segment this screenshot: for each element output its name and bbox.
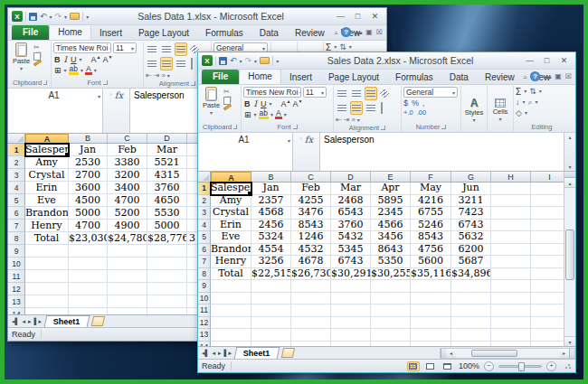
align-center-icon[interactable] [350, 101, 363, 115]
redo-icon[interactable]: ↷ [55, 12, 62, 22]
cell-C8[interactable]: $26,730 [291, 268, 331, 281]
minimize-ribbon-icon[interactable]: ▵ [335, 29, 338, 36]
cell-D10[interactable] [147, 258, 187, 270]
cell-E5[interactable]: 3456 [371, 231, 411, 244]
next-sheet-icon[interactable]: ▸ [28, 318, 32, 325]
workbook-minimize-icon[interactable]: ▬ [544, 72, 551, 80]
align-center-icon[interactable] [160, 57, 173, 70]
tab-home[interactable]: Home [239, 69, 281, 84]
help-icon[interactable]: ? [530, 71, 540, 81]
cell-C8[interactable]: $24,780 [108, 232, 147, 245]
cell-B11[interactable] [251, 304, 291, 317]
save-icon[interactable] [29, 13, 37, 21]
close-button[interactable]: ✕ [556, 55, 572, 67]
cell-E4[interactable]: 4566 [371, 220, 411, 232]
scroll-left-icon[interactable]: ◂ [446, 349, 456, 358]
clipboard-dialog-launcher-icon[interactable] [43, 80, 47, 85]
cell-D4[interactable]: 3760 [147, 182, 187, 194]
tab-data[interactable]: Data [251, 26, 287, 40]
cell-G6[interactable]: 6200 [451, 244, 491, 257]
cell-B12[interactable] [251, 317, 291, 330]
align-bottom-icon[interactable] [365, 87, 377, 100]
cell-C13[interactable] [291, 329, 331, 342]
cell-C9[interactable] [108, 245, 147, 258]
workbook-restore-icon[interactable]: ▣ [365, 28, 373, 36]
workbook-minimize-icon[interactable]: ▬ [355, 28, 362, 36]
cell-D5[interactable]: 5432 [331, 231, 371, 244]
formula-bar[interactable]: Salesperson [320, 133, 564, 171]
cell-H14[interactable] [491, 342, 531, 347]
font-color-dropdown-icon[interactable]: ▾ [284, 111, 287, 117]
select-all-corner[interactable] [8, 134, 25, 144]
cell-C11[interactable] [108, 270, 147, 283]
cell-A7[interactable]: Henry [25, 220, 69, 232]
cell-H4[interactable] [491, 220, 531, 232]
cell-C12[interactable] [108, 283, 147, 295]
tab-data[interactable]: Data [441, 70, 477, 84]
scroll-down-icon[interactable]: ▾ [564, 336, 575, 346]
row-header-13[interactable]: 13 [198, 329, 211, 342]
worksheet-grid[interactable]: ABCDEFGHI1SalespersonJanFebMarAprMayJun2… [198, 172, 575, 346]
row-header-1[interactable]: 1 [198, 183, 211, 195]
workbook-restore-icon[interactable]: ▣ [555, 72, 562, 80]
open-folder-icon[interactable] [70, 13, 80, 20]
fill-color-dropdown-icon[interactable]: ▾ [81, 67, 83, 73]
insert-worksheet-icon[interactable] [280, 348, 294, 358]
row-header-9[interactable]: 9 [198, 280, 211, 293]
cell-D8[interactable]: $28,776 [147, 232, 187, 245]
clear-icon[interactable]: ◇ [516, 108, 522, 118]
cell-A5[interactable]: Eve [211, 231, 251, 244]
row-header-5[interactable]: 5 [198, 231, 211, 244]
resize-grip[interactable] [564, 362, 572, 370]
cell-D12[interactable] [147, 283, 187, 295]
zoom-slider[interactable] [498, 365, 542, 368]
cell-H12[interactable] [491, 317, 531, 330]
column-header-c[interactable]: C [291, 172, 331, 183]
increase-indent-icon[interactable]: ⇥ [154, 71, 160, 80]
zoom-slider-thumb[interactable] [518, 362, 525, 371]
cell-D9[interactable] [331, 280, 371, 293]
row-header-3[interactable]: 3 [198, 207, 211, 220]
row-header-10[interactable]: 10 [198, 293, 211, 305]
cell-C3[interactable]: 3200 [108, 169, 147, 182]
first-sheet-icon[interactable]: ◂▌ [202, 350, 209, 357]
cell-D3[interactable]: 4315 [147, 169, 187, 182]
cell-B11[interactable] [69, 270, 108, 283]
column-header-c[interactable]: C [108, 134, 147, 144]
cell-B14[interactable] [69, 308, 108, 314]
cell-H11[interactable] [491, 304, 531, 317]
scroll-right-icon[interactable]: ▸ [559, 349, 569, 358]
row-header-11[interactable]: 11 [198, 304, 211, 317]
font-color-icon[interactable]: A [275, 109, 282, 119]
vscroll-thumb[interactable] [565, 229, 574, 280]
cell-F4[interactable]: 5246 [411, 220, 451, 232]
cell-C5[interactable]: 1246 [291, 231, 331, 244]
increase-indent-icon[interactable]: ⇥ [344, 116, 350, 124]
percent-format-icon[interactable]: % [412, 98, 419, 108]
underline-dropdown-icon[interactable]: ▾ [270, 100, 272, 107]
normal-view-button[interactable] [407, 361, 420, 371]
cell-G1[interactable]: Jun [451, 183, 491, 195]
cell-E10[interactable] [371, 293, 411, 305]
font-size-select[interactable]: 11▾ [303, 87, 327, 98]
fill-color-dropdown-icon[interactable]: ▾ [270, 111, 273, 117]
column-header-d[interactable]: D [331, 172, 371, 183]
cell-A14[interactable] [211, 342, 251, 347]
cell-A6[interactable]: Brandon [211, 244, 251, 257]
alignment-dialog-launcher-icon[interactable] [191, 81, 195, 86]
borders-icon[interactable]: ⊞ [243, 110, 252, 119]
cell-A4[interactable]: Erin [25, 182, 69, 194]
cell-B6[interactable]: 4554 [251, 244, 291, 257]
underline-button[interactable]: U [260, 99, 268, 108]
row-header-7[interactable]: 7 [8, 220, 25, 232]
cell-F1[interactable]: May [411, 183, 451, 195]
cell-C2[interactable]: 3380 [108, 156, 147, 169]
cell-D6[interactable]: 5530 [147, 207, 187, 220]
cell-D9[interactable] [147, 245, 187, 258]
minimize-button[interactable]: — [522, 55, 537, 67]
cell-A10[interactable] [25, 258, 69, 270]
cell-B4[interactable]: 3600 [69, 182, 108, 194]
cell-H5[interactable] [491, 231, 531, 244]
bold-button[interactable]: B [243, 99, 251, 108]
row-header-6[interactable]: 6 [8, 207, 25, 220]
